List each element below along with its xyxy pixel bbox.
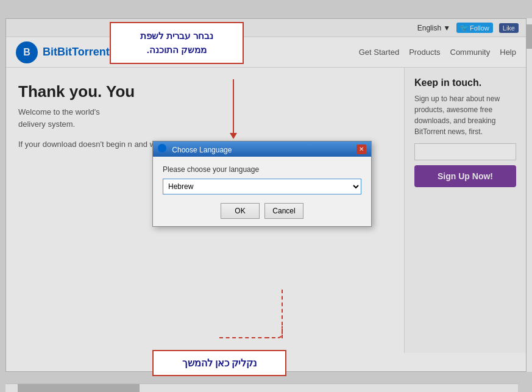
arrow-bottom-vertical bbox=[282, 290, 283, 338]
dialog-overlay: Choose Language ✕ Please choose your lan… bbox=[6, 19, 526, 371]
dialog-icon bbox=[158, 144, 166, 152]
dialog-body: Please choose your language Hebrew Engli… bbox=[153, 157, 371, 226]
annotation-arrow-top bbox=[233, 79, 234, 134]
dialog-buttons: OK Cancel bbox=[163, 203, 361, 219]
website-content: English ▼ 🐦 Follow Like B BitBitTorrent®… bbox=[5, 18, 527, 372]
annotation-bottom-text: נקליק כאן להמשך bbox=[162, 357, 277, 369]
dialog-close-button[interactable]: ✕ bbox=[356, 144, 366, 154]
dialog-title: Choose Language bbox=[172, 146, 232, 154]
language-select[interactable]: Hebrew English French German Spanish bbox=[163, 179, 361, 194]
arrow-bottom-horizontal bbox=[219, 337, 268, 338]
choose-language-dialog: Choose Language ✕ Please choose your lan… bbox=[152, 141, 372, 227]
annotation-top-text: נבחר עברית לשפת ממשק התוכנה. bbox=[119, 29, 234, 57]
scrollbar-thumb-horizontal[interactable] bbox=[18, 384, 140, 392]
arrow-bottom-curve bbox=[268, 326, 283, 338]
dialog-ok-button[interactable]: OK bbox=[221, 203, 260, 219]
horizontal-scrollbar[interactable] bbox=[5, 383, 518, 392]
dialog-titlebar: Choose Language ✕ bbox=[153, 141, 371, 157]
dialog-language-label: Please choose your language bbox=[163, 165, 361, 174]
annotation-bottom: נקליק כאן להמשך bbox=[152, 350, 286, 376]
annotation-top: נבחר עברית לשפת ממשק התוכנה. bbox=[110, 22, 244, 64]
dialog-cancel-button[interactable]: Cancel bbox=[264, 203, 303, 219]
